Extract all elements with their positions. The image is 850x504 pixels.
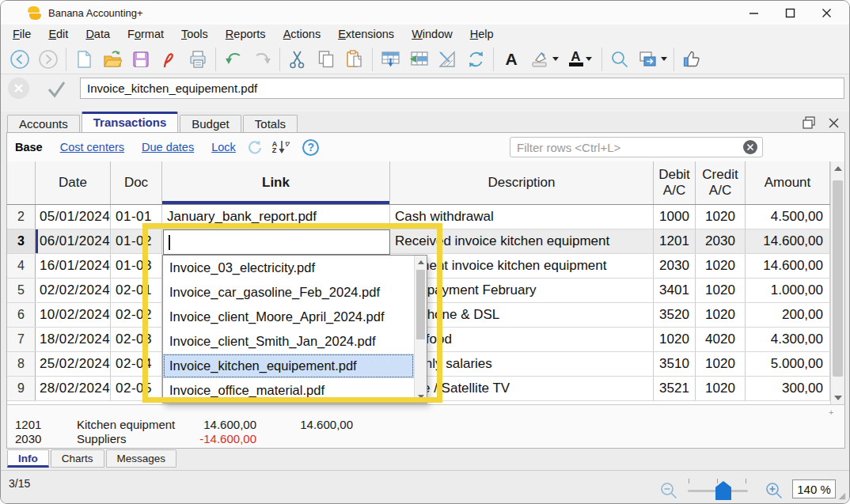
nav-back-button[interactable] bbox=[6, 47, 34, 72]
accept-edit-button[interactable] bbox=[45, 78, 67, 100]
info-account-name: Suppliers bbox=[77, 432, 127, 445]
link-file-dropdown: Invoice_03_electricity.pdf Invoice_car_g… bbox=[162, 255, 427, 404]
app-window: Banana Accounting+ File Edit Data Format… bbox=[0, 0, 850, 504]
font-color-icon: A bbox=[569, 51, 583, 66]
tab-budget[interactable]: Budget bbox=[180, 115, 241, 133]
find-button[interactable] bbox=[605, 47, 634, 72]
print-button[interactable] bbox=[184, 47, 212, 72]
header-date[interactable]: Date bbox=[36, 161, 111, 204]
checkmark-icon bbox=[45, 78, 67, 100]
tab-transactions[interactable]: Transactions bbox=[82, 112, 179, 133]
cancel-edit-button[interactable] bbox=[8, 78, 29, 99]
scroll-down-icon[interactable] bbox=[831, 391, 844, 404]
fill-color-button[interactable] bbox=[526, 47, 562, 72]
header-credit[interactable]: Credit A/C bbox=[696, 161, 746, 204]
undo-button[interactable] bbox=[219, 47, 248, 72]
float-window-icon[interactable] bbox=[802, 116, 817, 130]
maximize-button[interactable] bbox=[784, 7, 795, 18]
tab-messages[interactable]: Messages bbox=[106, 449, 177, 468]
tab-accounts[interactable]: Accounts bbox=[7, 115, 80, 133]
menu-item-edit[interactable]: Edit bbox=[40, 25, 77, 44]
close-view-icon[interactable] bbox=[828, 117, 840, 129]
view-lock[interactable]: Lock bbox=[211, 141, 236, 153]
view-cost-centers[interactable]: Cost centers bbox=[60, 141, 124, 153]
close-button[interactable] bbox=[821, 7, 832, 18]
dropdown-scroll-up-icon[interactable] bbox=[415, 256, 427, 268]
table-row: 205/01/202401-01January_bank_report.pdfC… bbox=[7, 205, 830, 229]
font-style-button[interactable]: A bbox=[497, 47, 526, 72]
panel-resize-grip[interactable]: + bbox=[829, 408, 833, 417]
header-amount[interactable]: Amount bbox=[746, 161, 830, 204]
dropdown-item[interactable]: Invoice_client_Moore_April_2024.pdf bbox=[163, 305, 414, 329]
paste-button[interactable] bbox=[340, 47, 369, 72]
view-base[interactable]: Base bbox=[15, 141, 43, 153]
recalculate-button[interactable] bbox=[461, 47, 490, 72]
dropdown-item[interactable]: Invoice_client_Smith_Jan_2024.pdf bbox=[163, 329, 414, 354]
menu-item-tools[interactable]: Tools bbox=[173, 25, 217, 44]
open-file-button[interactable] bbox=[98, 47, 127, 72]
filter-box bbox=[510, 137, 763, 157]
recalculate-icon bbox=[465, 49, 487, 70]
dropdown-scrollbar[interactable] bbox=[414, 256, 427, 403]
filter-input[interactable] bbox=[510, 140, 742, 155]
view-bar: Base Cost centers Due dates Lock AZ ? bbox=[7, 133, 844, 161]
info-balance: 14.600,00 bbox=[262, 418, 353, 431]
scroll-up-icon[interactable] bbox=[831, 161, 844, 175]
menu-item-extensions[interactable]: Extensions bbox=[329, 25, 403, 44]
menu-item-reports[interactable]: Reports bbox=[217, 25, 275, 44]
scrollbar-thumb[interactable] bbox=[833, 180, 843, 377]
copy-button[interactable] bbox=[312, 47, 340, 72]
redo-button[interactable] bbox=[248, 47, 276, 72]
table-scrollbar[interactable] bbox=[830, 161, 844, 404]
dropdown-item-selected[interactable]: Invoice_kitchen_equipement.pdf bbox=[163, 354, 414, 378]
tab-totals[interactable]: Totals bbox=[243, 115, 298, 133]
zoom-in-button[interactable] bbox=[765, 481, 784, 500]
menu-item-actions[interactable]: Actions bbox=[275, 25, 330, 44]
view-due-dates[interactable]: Due dates bbox=[142, 141, 194, 153]
menu-item-format[interactable]: Format bbox=[119, 25, 173, 44]
menu-item-window[interactable]: Window bbox=[403, 25, 461, 44]
sort-rows-icon[interactable]: AZ bbox=[272, 139, 290, 155]
header-link[interactable]: Link bbox=[162, 161, 390, 204]
windows-panel-button[interactable] bbox=[634, 47, 670, 72]
refresh-filter-icon[interactable] bbox=[245, 138, 263, 156]
cut-button[interactable] bbox=[283, 47, 312, 72]
link-edit-input[interactable] bbox=[163, 229, 390, 255]
info-account: 2030 bbox=[15, 432, 41, 445]
dropdown-scroll-down-icon[interactable] bbox=[415, 390, 427, 403]
header-doc[interactable]: Doc bbox=[111, 161, 162, 204]
insert-columns-button[interactable] bbox=[404, 47, 433, 72]
header-debit[interactable]: Debit A/C bbox=[654, 161, 696, 204]
dropdown-scrollbar-thumb[interactable] bbox=[416, 270, 425, 339]
nav-forward-button[interactable] bbox=[34, 47, 63, 72]
text-caret bbox=[169, 235, 170, 250]
info-account: 1201 bbox=[15, 418, 41, 431]
export-pdf-icon bbox=[159, 49, 180, 70]
title-bar: Banana Accounting+ bbox=[1, 1, 849, 25]
menu-item-help[interactable]: Help bbox=[461, 25, 503, 44]
menu-item-file[interactable]: File bbox=[4, 25, 40, 44]
tab-charts[interactable]: Charts bbox=[51, 449, 104, 468]
insert-rows-button[interactable] bbox=[376, 47, 404, 72]
window-resize-grip[interactable]: ◢ bbox=[839, 491, 844, 501]
like-button[interactable] bbox=[677, 47, 706, 72]
page-setup-button[interactable] bbox=[433, 47, 461, 72]
tab-info[interactable]: Info bbox=[7, 449, 49, 468]
dropdown-item[interactable]: Invoice_office_material.pdf bbox=[163, 378, 414, 403]
dropdown-item[interactable]: Invoice_car_gasoline_Feb_2024.pdf bbox=[163, 280, 414, 305]
menu-item-data[interactable]: Data bbox=[77, 25, 119, 44]
save-button[interactable] bbox=[127, 47, 155, 72]
help-icon[interactable]: ? bbox=[302, 139, 319, 156]
font-style-icon: A bbox=[505, 51, 517, 67]
clear-filter-icon[interactable] bbox=[742, 139, 758, 155]
export-pdf-button[interactable] bbox=[155, 47, 184, 72]
new-file-button[interactable] bbox=[70, 47, 98, 72]
header-description[interactable]: Description bbox=[390, 161, 654, 204]
zoom-level-box[interactable]: 140 % bbox=[792, 479, 836, 498]
formula-input[interactable] bbox=[80, 78, 844, 99]
zoom-out-button[interactable] bbox=[659, 481, 678, 500]
minimize-button[interactable] bbox=[748, 7, 759, 18]
font-color-button[interactable]: A bbox=[562, 47, 598, 72]
dropdown-item[interactable]: Invoice_03_electricity.pdf bbox=[163, 256, 414, 280]
header-rownum[interactable] bbox=[7, 161, 36, 204]
